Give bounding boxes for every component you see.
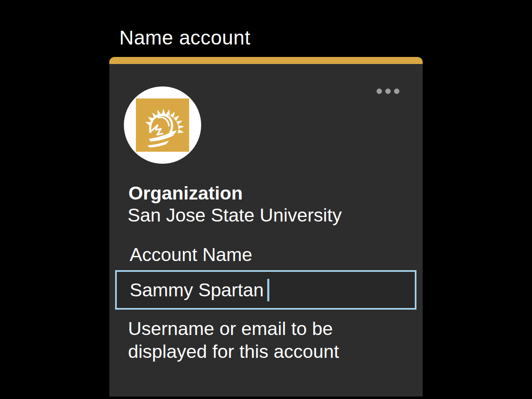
text-cursor bbox=[267, 279, 269, 301]
organization-logo-tile bbox=[136, 99, 189, 152]
organization-value: San Jose State University bbox=[128, 204, 342, 226]
overflow-menu-button[interactable] bbox=[374, 86, 402, 96]
screen-background: Name account bbox=[0, 0, 532, 399]
sjsu-spartan-logo-icon bbox=[136, 99, 189, 152]
account-name-value: Sammy Spartan bbox=[130, 279, 264, 301]
ellipsis-dot-icon bbox=[377, 89, 382, 94]
organization-label: Organization bbox=[128, 182, 243, 204]
ellipsis-dot-icon bbox=[385, 89, 391, 94]
organization-avatar bbox=[124, 86, 201, 164]
card-accent-bar bbox=[109, 57, 423, 64]
name-account-card: Organization San Jose State University A… bbox=[109, 57, 423, 397]
account-name-input[interactable]: Sammy Spartan bbox=[115, 270, 416, 310]
account-name-helper-text: Username or email to be displayed for th… bbox=[128, 317, 390, 363]
account-name-label: Account Name bbox=[130, 244, 252, 266]
ellipsis-dot-icon bbox=[394, 89, 399, 94]
dialog-title: Name account bbox=[119, 26, 251, 50]
